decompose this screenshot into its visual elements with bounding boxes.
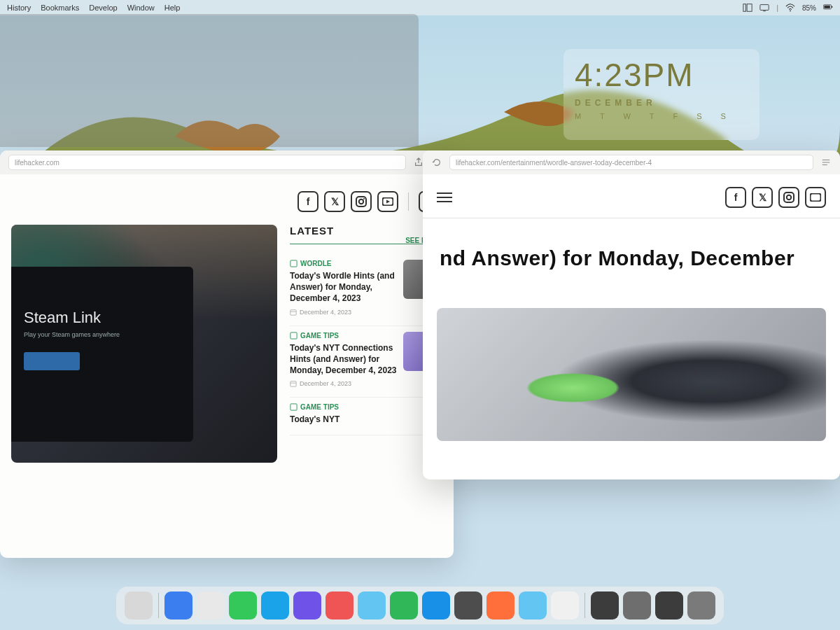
- dock: [116, 587, 724, 624]
- instagram-icon[interactable]: [351, 191, 372, 212]
- battery-icon[interactable]: [823, 3, 833, 13]
- x-twitter-icon[interactable]: 𝕏: [752, 187, 773, 208]
- instagram-icon[interactable]: [778, 187, 799, 208]
- menu-help[interactable]: Help: [164, 4, 181, 12]
- featured-card[interactable]: Steam Link Play your Steam games anywher…: [11, 225, 277, 463]
- svg-point-11: [359, 200, 363, 204]
- toolbar-1: lifehacker.com: [0, 150, 454, 174]
- menu-develop[interactable]: Develop: [89, 4, 117, 12]
- dock-app[interactable]: [454, 592, 482, 620]
- item-title: Today's Wordle Hints (and Answer) for Mo…: [290, 270, 398, 304]
- featured-subtitle: Play your Steam games anywhere: [24, 331, 181, 338]
- stage-manager-icon[interactable]: [743, 3, 752, 13]
- latest-heading: LATEST: [290, 225, 442, 237]
- latest-section: LATEST SEE MORE WORDLE Today's Wordle Hi…: [290, 225, 442, 548]
- article-headline: nd Answer) for Monday, December: [423, 218, 840, 287]
- dock-app[interactable]: [229, 592, 257, 620]
- svg-rect-14: [290, 260, 297, 267]
- dock-app[interactable]: [125, 592, 153, 620]
- menu-bar: History Bookmarks Develop Window Help | …: [0, 0, 840, 15]
- svg-rect-10: [356, 197, 366, 206]
- dock-app[interactable]: [422, 592, 450, 620]
- safari-window-1[interactable]: lifehacker.com f 𝕏 Steam Link Play your …: [0, 150, 454, 558]
- status-divider: |: [776, 4, 778, 12]
- safari-window-2[interactable]: lifehacker.com/entertainment/wordle-answ…: [423, 150, 840, 479]
- social-divider: [408, 192, 409, 211]
- widget-time: 4:23PM: [575, 56, 748, 94]
- page-header-2: f 𝕏: [423, 174, 840, 218]
- widget-month: DECEMBER: [575, 98, 748, 108]
- svg-point-12: [363, 198, 365, 200]
- menu-bookmarks[interactable]: Bookmarks: [41, 4, 79, 12]
- reload-icon[interactable]: [430, 155, 444, 169]
- widget-days: M T W T F S S: [575, 112, 748, 120]
- svg-rect-15: [290, 309, 296, 315]
- svg-rect-26: [811, 194, 821, 202]
- battery-percent: 85%: [802, 4, 816, 12]
- screen-mirror-icon[interactable]: [760, 3, 769, 13]
- hamburger-icon[interactable]: [437, 192, 452, 202]
- dock-app[interactable]: [164, 592, 192, 620]
- social-row-1: f 𝕏: [0, 174, 454, 225]
- menu-window[interactable]: Window: [127, 4, 155, 12]
- item-tag: GAME TIPS: [290, 332, 398, 340]
- dock-divider: [584, 593, 585, 618]
- dock-app[interactable]: [655, 592, 683, 620]
- item-title: Today's NYT Connections Hints (and Answe…: [290, 342, 398, 377]
- item-date: December 4, 2023: [290, 309, 398, 316]
- dock-app[interactable]: [551, 592, 579, 620]
- svg-rect-7: [832, 6, 832, 7]
- dock-app[interactable]: [358, 592, 386, 620]
- svg-rect-2: [760, 5, 769, 10]
- svg-point-4: [790, 10, 791, 12]
- dock-app[interactable]: [591, 592, 619, 620]
- svg-rect-6: [824, 5, 830, 8]
- dock-app[interactable]: [623, 592, 651, 620]
- item-title: Today's NYT: [290, 414, 442, 425]
- dock-app[interactable]: [486, 592, 514, 620]
- svg-rect-1: [747, 4, 752, 12]
- address-bar-1[interactable]: lifehacker.com: [8, 155, 406, 170]
- dock-app[interactable]: [261, 592, 289, 620]
- menu-history[interactable]: History: [7, 4, 31, 12]
- dock-app[interactable]: [293, 592, 321, 620]
- svg-rect-18: [290, 382, 296, 387]
- facebook-icon[interactable]: f: [298, 191, 318, 212]
- item-date: December 4, 2023: [290, 380, 398, 387]
- clock-widget[interactable]: 4:23PM DECEMBER M T W T F S S: [564, 49, 760, 140]
- svg-rect-24: [784, 192, 794, 202]
- list-item[interactable]: GAME TIPS Today's NYT Connections Hints …: [290, 326, 442, 398]
- item-tag: WORDLE: [290, 260, 398, 267]
- dock-app[interactable]: [519, 592, 547, 620]
- dock-divider: [158, 593, 159, 618]
- background-window[interactable]: [0, 14, 419, 147]
- list-item[interactable]: WORDLE Today's Wordle Hints (and Answer)…: [290, 254, 442, 326]
- youtube-icon[interactable]: [805, 187, 826, 208]
- svg-rect-17: [290, 332, 297, 338]
- featured-title: Steam Link: [24, 309, 181, 327]
- x-twitter-icon[interactable]: 𝕏: [324, 191, 345, 212]
- reader-icon[interactable]: [819, 155, 833, 169]
- featured-button[interactable]: [24, 352, 80, 370]
- address-bar-2[interactable]: lifehacker.com/entertainment/wordle-answ…: [449, 155, 813, 170]
- svg-point-25: [787, 195, 791, 200]
- svg-rect-3: [763, 10, 766, 11]
- dock-app[interactable]: [326, 592, 354, 620]
- item-tag: GAME TIPS: [290, 403, 442, 411]
- dock-app[interactable]: [687, 592, 715, 620]
- wifi-icon[interactable]: [785, 3, 795, 13]
- toolbar-2: lifehacker.com/entertainment/wordle-answ…: [423, 150, 840, 174]
- article-hero-image: [437, 308, 826, 441]
- address-text-2: lifehacker.com/entertainment/wordle-answ…: [456, 159, 652, 167]
- facebook-icon[interactable]: f: [725, 187, 746, 208]
- address-text-1: lifehacker.com: [15, 159, 59, 167]
- svg-rect-0: [743, 4, 746, 12]
- list-item[interactable]: GAME TIPS Today's NYT: [290, 398, 442, 435]
- svg-rect-20: [290, 404, 297, 410]
- youtube-icon[interactable]: [377, 191, 398, 212]
- dock-app[interactable]: [390, 592, 418, 620]
- dock-app[interactable]: [197, 592, 225, 620]
